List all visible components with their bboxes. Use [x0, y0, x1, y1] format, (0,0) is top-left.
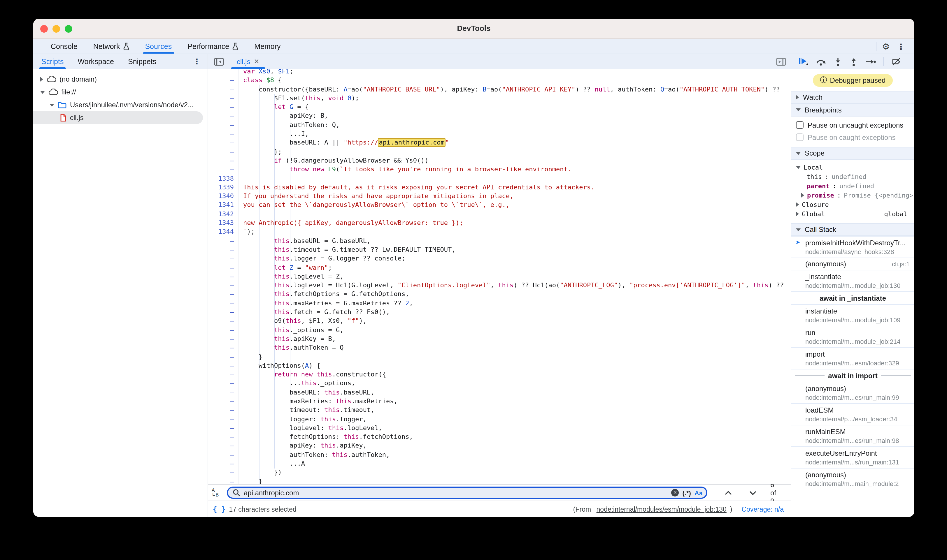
match-case-toggle[interactable]: Aa — [694, 489, 703, 496]
clear-search-icon[interactable]: ✕ — [671, 489, 679, 497]
code-text[interactable]: baseURL: A || "https://api.anthropic.com… — [239, 138, 449, 148]
code-text[interactable]: this.authToken = Q — [239, 343, 344, 352]
code-text[interactable]: let G = { — [239, 103, 309, 112]
navigator-more-icon[interactable]: ⋮ — [193, 57, 201, 66]
code-line[interactable]: – ...this._options, — [208, 379, 791, 388]
code-text[interactable]: logLevel: this.logLevel, — [239, 424, 382, 433]
section-breakpoints[interactable]: Breakpoints — [791, 104, 915, 117]
code-editor[interactable]: var Xs0, $F1;–class $8 {– constructor({b… — [208, 69, 791, 484]
gutter-cell[interactable]: – — [208, 236, 239, 245]
code-line[interactable]: – this.logLevel = Z, — [208, 272, 791, 281]
callstack-frame[interactable]: executeUserEntryPointnode:internal/m...s… — [791, 446, 915, 468]
code-text[interactable]: timeout: this.timeout, — [239, 406, 374, 415]
replace-toggle-icon[interactable]: A↳B — [212, 488, 222, 498]
code-line[interactable]: – return new this.constructor({ — [208, 370, 791, 379]
code-line[interactable]: 1344`); — [208, 228, 791, 237]
section-scope[interactable]: Scope — [791, 147, 915, 160]
code-text[interactable]: var Xs0, $F1; — [239, 69, 293, 76]
gutter-cell[interactable]: – — [208, 397, 239, 406]
gutter-cell[interactable]: – — [208, 432, 239, 442]
code-text[interactable]: class $8 { — [239, 76, 282, 85]
code-text[interactable]: this.logLevel = Hc1(G.logLevel, "ClientO… — [239, 281, 784, 290]
gutter-cell[interactable]: – — [208, 121, 239, 130]
code-text[interactable]: if (!G.dangerouslyAllowBrowser && Ys0()) — [239, 156, 429, 165]
code-text[interactable]: authToken: Q, — [239, 121, 340, 130]
gutter-cell[interactable]: – — [208, 147, 239, 156]
gutter-cell[interactable]: – — [208, 325, 239, 334]
code-line[interactable]: 1342 — [208, 210, 791, 219]
code-text[interactable]: } — [239, 477, 262, 484]
gutter-cell[interactable]: – — [208, 281, 239, 290]
tab-performance[interactable]: Performance — [188, 39, 239, 54]
gutter-cell[interactable]: – — [208, 76, 239, 85]
tab-workspace[interactable]: Workspace — [77, 54, 114, 69]
code-text[interactable]: o9(this, $F1, Xs0, "f"), — [239, 317, 367, 326]
code-line[interactable]: – this.logger = G.logger ?? console; — [208, 254, 791, 263]
gutter-cell[interactable]: – — [208, 459, 239, 468]
code-text[interactable]: this.maxRetries = G.maxRetries ?? 2, — [239, 298, 413, 308]
code-text[interactable]: logger: this.logger, — [239, 415, 367, 424]
code-line[interactable]: 1339This is disabled by default, as it r… — [208, 183, 791, 192]
code-text[interactable]: maxRetries: this.maxRetries, — [239, 397, 398, 406]
tab-console[interactable]: Console — [51, 39, 77, 54]
code-line[interactable]: – constructor({baseURL: A=ao("ANTHROPIC_… — [208, 85, 791, 94]
code-line[interactable]: 1338 — [208, 174, 791, 183]
gutter-cell[interactable]: – — [208, 263, 239, 272]
section-watch[interactable]: Watch — [791, 91, 915, 104]
code-text[interactable]: constructor({baseURL: A=ao("ANTHROPIC_BA… — [239, 85, 780, 94]
tab-network[interactable]: Network — [93, 39, 130, 54]
coverage-link[interactable]: Coverage: n/a — [742, 506, 784, 512]
tab-snippets[interactable]: Snippets — [128, 54, 156, 69]
tab-scripts[interactable]: Scripts — [42, 54, 63, 69]
code-line[interactable]: – logLevel: this.logLevel, — [208, 424, 791, 433]
code-line[interactable]: – this.logLevel = Hc1(G.logLevel, "Clien… — [208, 281, 791, 290]
callstack-frame[interactable]: instantiatenode:internal/m...module_job:… — [791, 304, 915, 326]
callstack-frame[interactable]: runMainESMnode:internal/m...es/run_main:… — [791, 425, 915, 446]
code-line[interactable]: – authToken: this.authToken, — [208, 451, 791, 460]
code-line[interactable]: – this.authToken = Q — [208, 343, 791, 352]
pause-caught-exceptions-row[interactable]: Pause on caught exceptions — [791, 131, 915, 143]
scope-entry[interactable]: this: undefined — [791, 172, 915, 181]
pause-uncaught-exceptions-row[interactable]: Pause on uncaught exceptions — [791, 119, 915, 131]
chevron-down-icon[interactable] — [40, 91, 45, 94]
gutter-cell[interactable]: 1341 — [208, 201, 239, 210]
gutter-cell[interactable]: – — [208, 468, 239, 477]
resume-icon[interactable] — [798, 57, 808, 66]
chevron-right-icon[interactable] — [801, 193, 804, 197]
callstack-frame[interactable]: loadESMnode:internal/p.../esm_loader:34 — [791, 403, 915, 425]
gutter-cell[interactable]: 1344 — [208, 228, 239, 237]
code-text[interactable] — [239, 210, 243, 219]
code-text[interactable]: ...I, — [239, 129, 309, 138]
code-line[interactable]: – baseURL: A || "https://api.anthropic.c… — [208, 138, 791, 148]
code-text[interactable]: ...A — [239, 459, 305, 468]
tab-memory[interactable]: Memory — [254, 39, 281, 54]
code-line[interactable]: – }; — [208, 147, 791, 156]
deactivate-breakpoints-icon[interactable] — [891, 57, 901, 66]
gutter-cell[interactable]: – — [208, 415, 239, 424]
gutter-cell[interactable]: – — [208, 388, 239, 397]
scope-local[interactable]: Local — [791, 163, 915, 172]
code-text[interactable]: this.fetch = G.fetch ?? Fs0(), — [239, 308, 390, 317]
search-query[interactable]: api.anthropic.com — [244, 489, 668, 497]
gutter-cell[interactable]: – — [208, 94, 239, 103]
gutter-cell[interactable]: – — [208, 156, 239, 165]
gutter-cell[interactable]: – — [208, 406, 239, 415]
code-text[interactable]: apiKey: B, — [239, 112, 328, 121]
tab-sources[interactable]: Sources — [145, 39, 172, 54]
gutter-cell[interactable]: 1340 — [208, 192, 239, 201]
chevron-down-icon[interactable] — [49, 103, 54, 106]
gutter-cell[interactable]: 1343 — [208, 218, 239, 228]
checkbox[interactable] — [796, 121, 804, 129]
gutter-cell[interactable]: – — [208, 352, 239, 361]
code-line[interactable]: – logger: this.logger, — [208, 415, 791, 424]
next-match-icon[interactable] — [749, 490, 756, 495]
code-text[interactable]: this.logLevel = Z, — [239, 272, 344, 281]
gutter-cell[interactable] — [208, 69, 239, 76]
code-text[interactable]: fetchOptions: this.fetchOptions, — [239, 432, 413, 442]
code-text[interactable]: withOptions(A) { — [239, 361, 321, 370]
scope-entry[interactable]: promise: Promise {<pending>} — [791, 191, 915, 200]
callstack-frame[interactable]: (anonymous)cli.js:1 — [791, 258, 915, 270]
code-line[interactable]: – let Z = "warn"; — [208, 263, 791, 272]
code-line[interactable]: – maxRetries: this.maxRetries, — [208, 397, 791, 406]
step-into-icon[interactable] — [834, 57, 842, 66]
